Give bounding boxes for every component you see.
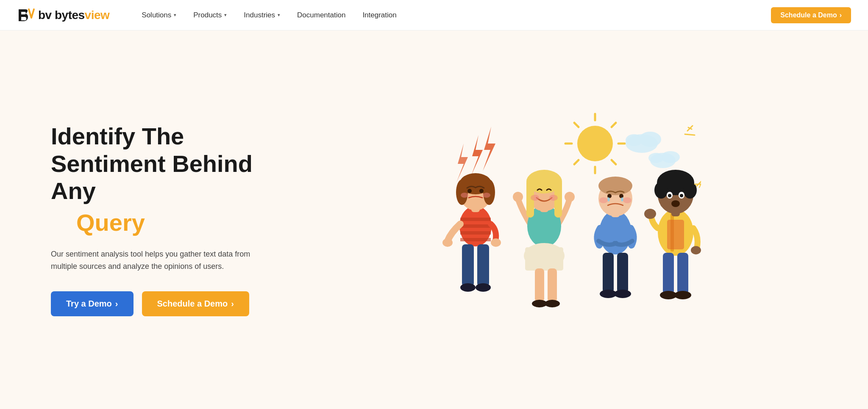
svg-point-55	[531, 195, 539, 201]
nav-item-documentation[interactable]: Documentation	[290, 8, 352, 23]
svg-point-77	[674, 291, 691, 299]
nav-item-integration[interactable]: Integration	[356, 8, 403, 23]
svg-point-34	[483, 180, 495, 205]
svg-point-66	[619, 194, 623, 198]
svg-line-9	[612, 123, 616, 127]
svg-point-42	[565, 192, 575, 202]
svg-point-61	[614, 290, 631, 298]
svg-point-29	[476, 283, 491, 292]
svg-point-85	[691, 246, 701, 254]
svg-rect-27	[477, 244, 489, 287]
chevron-down-icon: ▾	[174, 12, 176, 18]
hero-section: Identify The Sentiment Behind Any Query …	[0, 30, 868, 409]
logo-icon	[17, 8, 36, 23]
svg-rect-46	[535, 268, 544, 302]
svg-rect-74	[663, 253, 674, 294]
hero-illustration	[288, 93, 826, 347]
svg-point-13	[639, 132, 661, 147]
svg-point-83	[644, 209, 656, 219]
svg-rect-47	[548, 268, 557, 302]
hero-buttons: Try a Demo › Schedule a Demo ›	[51, 291, 288, 316]
svg-point-17	[648, 153, 664, 163]
svg-point-69	[599, 197, 608, 203]
svg-point-67	[607, 197, 610, 202]
svg-rect-45	[525, 247, 563, 271]
svg-rect-26	[462, 244, 474, 287]
navbar: bv bytesview Solutions ▾ Products ▾ Indu…	[0, 0, 868, 30]
logo[interactable]: bv bytesview	[17, 8, 109, 23]
svg-point-37	[461, 193, 468, 198]
hero-title-highlight: Query	[51, 209, 288, 236]
svg-line-11	[612, 160, 616, 164]
svg-rect-24	[460, 231, 491, 235]
logo-bytes-text: bv bytes	[38, 8, 85, 22]
svg-rect-75	[677, 253, 688, 294]
logo-view-text: view	[85, 8, 110, 22]
svg-rect-25	[460, 238, 491, 241]
svg-line-8	[574, 123, 579, 127]
chevron-down-icon: ▾	[278, 12, 280, 18]
svg-rect-22	[460, 218, 491, 221]
svg-point-38	[483, 193, 490, 198]
chevron-down-icon: ▾	[224, 12, 227, 18]
arrow-icon: ›	[115, 299, 118, 309]
hero-description: Our sentiment analysis tool helps you ga…	[51, 248, 263, 273]
svg-point-40	[491, 238, 501, 247]
svg-point-56	[549, 195, 558, 201]
nav-links: Solutions ▾ Products ▾ Industries ▾ Docu…	[135, 8, 771, 23]
svg-point-16	[661, 151, 680, 163]
svg-line-10	[574, 160, 579, 164]
svg-point-90	[671, 200, 680, 207]
hero-title: Identify The Sentiment Behind Any	[51, 123, 288, 204]
nav-item-industries[interactable]: Industries ▾	[237, 8, 287, 23]
svg-line-20	[685, 134, 695, 135]
svg-rect-23	[460, 224, 491, 228]
svg-point-35	[467, 189, 472, 193]
hero-content: Identify The Sentiment Behind Any Query …	[51, 123, 288, 316]
svg-marker-0	[471, 135, 483, 175]
svg-point-89	[680, 194, 683, 197]
svg-point-3	[577, 126, 613, 161]
nav-item-products[interactable]: Products ▾	[186, 8, 234, 23]
schedule-demo-button[interactable]: Schedule a Demo ›	[142, 291, 249, 316]
svg-point-14	[626, 134, 643, 146]
svg-point-68	[621, 197, 623, 202]
svg-point-41	[513, 192, 523, 202]
svg-marker-1	[483, 127, 495, 171]
hero-characters-svg	[413, 97, 701, 343]
arrow-icon: ›	[840, 11, 842, 19]
try-demo-button[interactable]: Try a Demo ›	[51, 291, 134, 316]
svg-point-88	[668, 194, 671, 197]
svg-rect-73	[667, 220, 684, 249]
svg-rect-58	[603, 253, 614, 293]
arrow-icon: ›	[231, 299, 234, 309]
svg-point-28	[460, 283, 476, 292]
nav-schedule-demo-button[interactable]: Schedule a Demo ›	[771, 7, 851, 23]
svg-point-36	[479, 189, 484, 193]
svg-point-33	[456, 180, 468, 205]
svg-rect-59	[617, 253, 628, 293]
svg-point-49	[545, 300, 560, 307]
svg-point-65	[607, 194, 612, 198]
svg-point-70	[623, 197, 632, 203]
nav-item-solutions[interactable]: Solutions ▾	[135, 8, 183, 23]
svg-point-39	[442, 238, 453, 247]
